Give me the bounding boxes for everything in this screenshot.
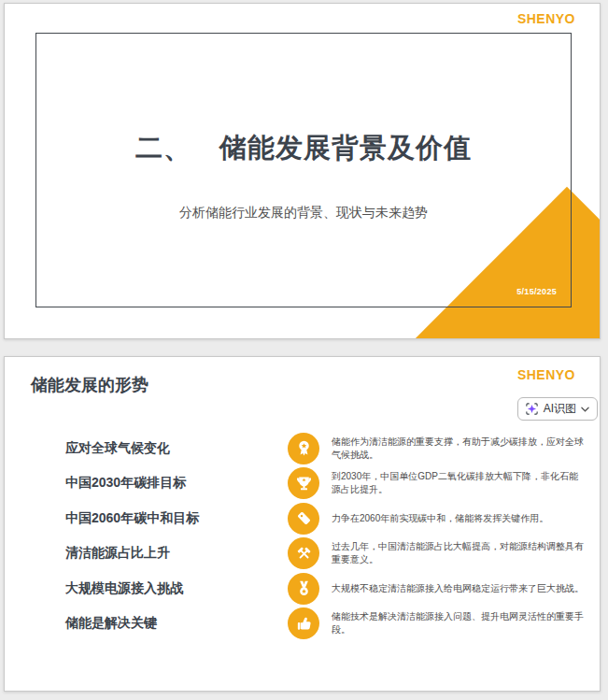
feature-label: 中国2030年碳排目标 (65, 475, 288, 492)
feature-row: 大规模电源接入挑战 大规模不稳定清洁能源接入给电网稳定运行带来了巨大挑战。 (5, 571, 600, 607)
feature-row: 中国2030年碳排目标 到2030年，中国单位GDP二氧化碳排放大幅下降，非化石… (5, 466, 600, 502)
feature-row: 清洁能源占比上升 过去几年，中国清洁能源占比大幅提高，对能源结构调整具有重要意义… (5, 536, 600, 572)
ai-recognize-button[interactable]: AI识图 (517, 397, 598, 421)
feature-label: 清洁能源占比上升 (65, 545, 288, 562)
feature-row: 应对全球气候变化 储能作为清洁能源的重要支撑，有助于减少碳排放，应对全球气候挑战… (5, 431, 600, 466)
feature-row: 中国2060年碳中和目标 力争在2060年前实现碳中和，储能将发挥关键作用。 (5, 501, 600, 536)
feature-description: 力争在2060年前实现碳中和，储能将发挥关键作用。 (332, 512, 586, 525)
section-subtitle: 分析储能行业发展的背景、现状与未来趋势 (179, 205, 428, 221)
trophy-icon (288, 467, 319, 499)
crossed-hammers-icon (288, 537, 319, 569)
thumbs-up-icon (288, 607, 319, 639)
medal-icon (288, 573, 319, 605)
feature-row: 储能是解决关键 储能技术是解决清洁能源接入问题、提升电网灵活性的重要手段。 (5, 607, 600, 642)
tag-icon (288, 503, 319, 535)
feature-description: 储能技术是解决清洁能源接入问题、提升电网灵活性的重要手段。 (332, 610, 586, 636)
ai-scan-sparkle-icon (525, 402, 539, 416)
feature-label: 中国2060年碳中和目标 (65, 510, 288, 527)
feature-label: 大规模电源接入挑战 (65, 580, 288, 597)
feature-description: 到2030年，中国单位GDP二氧化碳排放大幅下降，非化石能源占比提升。 (332, 470, 586, 496)
feature-description: 大规模不稳定清洁能源接入给电网稳定运行带来了巨大挑战。 (332, 582, 586, 595)
feature-label: 储能是解决关键 (65, 615, 288, 632)
section-title: 二、 储能发展背景及价值 (135, 130, 472, 167)
brand-logo: SHENYO (517, 11, 575, 26)
feature-description: 过去几年，中国清洁能源占比大幅提高，对能源结构调整具有重要意义。 (332, 540, 586, 566)
ai-button-label: AI识图 (544, 401, 576, 417)
title-frame-border: 二、 储能发展背景及价值 分析储能行业发展的背景、现状与未来趋势 (35, 33, 572, 307)
chevron-down-icon (581, 407, 589, 412)
feature-label: 应对全球气候变化 (65, 440, 288, 457)
feature-rows: 应对全球气候变化 储能作为清洁能源的重要支撑，有助于减少碳排放，应对全球气候挑战… (5, 431, 600, 641)
slide-1-section-title[interactable]: 5/15/2025 SHENYO 二、 储能发展背景及价值 分析储能行业发展的背… (4, 3, 601, 339)
award-ribbon-icon (288, 433, 319, 464)
brand-logo: SHENYO (517, 367, 575, 382)
page-title: 储能发展的形势 (31, 374, 148, 396)
slide-2-content[interactable]: SHENYO 储能发展的形势 AI识图 应对全球气候变化 储能作为清洁能源的重要… (4, 356, 601, 692)
feature-description: 储能作为清洁能源的重要支撑，有助于减少碳排放，应对全球气候挑战。 (332, 436, 586, 462)
